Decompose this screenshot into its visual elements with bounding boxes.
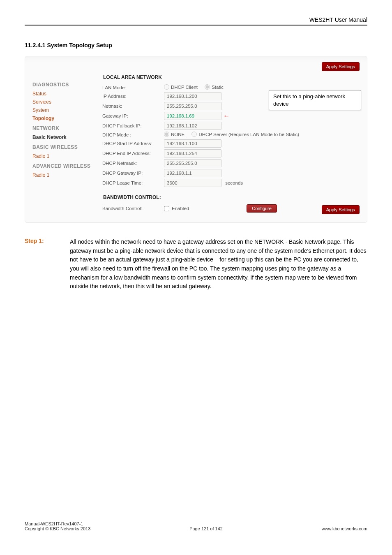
manual-title: WES2HT User Manual xyxy=(309,16,367,23)
content-area: Set this to a ping-able network device L… xyxy=(102,71,360,213)
step-block: Step 1: All nodes within the network nee… xyxy=(25,238,367,291)
sidebar-nav: DIAGNOSTICS Status Services System Topol… xyxy=(32,71,102,213)
dhcp-gateway-input[interactable] xyxy=(164,169,221,177)
lan-section-title: LOCAL AREA NETWORK xyxy=(103,74,360,80)
netmask-label: Netmask: xyxy=(102,104,164,109)
footer-page-number: Page 121 of 142 xyxy=(189,526,223,531)
dhcp-mode-server-radio[interactable]: DHCP Server (Requires LAN Mode to be Sta… xyxy=(191,132,299,137)
callout-box: Set this to a ping-able network device xyxy=(269,90,361,110)
sidebar-radio1-basic[interactable]: Radio 1 xyxy=(32,153,102,159)
fallback-input[interactable] xyxy=(164,122,221,130)
bw-enabled-checkbox[interactable] xyxy=(164,206,169,211)
apply-settings-button-top[interactable]: Apply Settings xyxy=(322,62,360,71)
lan-mode-label: LAN Mode: xyxy=(102,85,164,90)
sidebar-basic-network[interactable]: Basic Network xyxy=(32,134,102,140)
page-footer: Manual-WES2HT-Rev1407-1 Copyright © KBC … xyxy=(25,521,367,531)
dhcp-mode-label: DHCP Mode : xyxy=(102,132,164,137)
gateway-input[interactable] xyxy=(164,112,221,120)
bw-section-title: BANDWIDTH CONTROL: xyxy=(103,194,360,200)
dhcp-netmask-input[interactable] xyxy=(164,159,221,167)
sidebar-radio1-adv[interactable]: Radio 1 xyxy=(32,172,102,178)
section-heading: 11.2.4.1 System Topology Setup xyxy=(25,42,367,49)
sidebar-services[interactable]: Services xyxy=(32,99,102,105)
bw-control-label: Bandwidth Control: xyxy=(102,206,164,211)
dhcp-lease-label: DHCP Lease Time: xyxy=(102,180,164,185)
dhcp-gateway-label: DHCP Gateway IP: xyxy=(102,171,164,176)
footer-manual-rev: Manual-WES2HT-Rev1407-1 xyxy=(25,521,90,526)
dhcp-mode-none-radio[interactable]: NONE xyxy=(164,132,184,137)
dhcp-netmask-label: DHCP Netmask: xyxy=(102,161,164,166)
ip-address-label: IP Address: xyxy=(102,94,164,99)
sidebar-group-adv-wireless: ADVANCED WIRELESS xyxy=(32,163,102,169)
dhcp-end-label: DHCP End IP Address: xyxy=(102,151,164,156)
bw-control-row: Bandwidth Control: Enabled Configure xyxy=(102,204,360,213)
sidebar-system[interactable]: System xyxy=(32,107,102,113)
sidebar-group-basic-wireless: BASIC WIRELESS xyxy=(32,144,102,150)
step-label: Step 1: xyxy=(25,238,70,291)
footer-copyright: Copyright © KBC Networks 2013 xyxy=(25,526,90,531)
dhcp-end-input[interactable] xyxy=(164,149,221,157)
footer-url: www.kbcnetworks.com xyxy=(322,526,367,531)
sidebar-topology[interactable]: Topology xyxy=(32,116,102,121)
sidebar-group-network: NETWORK xyxy=(32,125,102,131)
dhcp-start-input[interactable] xyxy=(164,139,221,148)
configure-button[interactable]: Configure xyxy=(247,204,277,213)
sidebar-status[interactable]: Status xyxy=(32,91,102,97)
dhcp-start-label: DHCP Start IP Address: xyxy=(102,141,164,146)
lan-mode-dhcp-radio[interactable]: DHCP Client xyxy=(164,84,198,90)
gateway-label: Gateway IP: xyxy=(102,113,164,118)
fallback-label: DHCP Fallback IP: xyxy=(102,123,164,128)
apply-settings-button-bottom[interactable]: Apply Settings xyxy=(322,205,360,214)
config-screenshot: Apply Settings DIAGNOSTICS Status Servic… xyxy=(25,56,367,223)
bw-enabled-text: Enabled xyxy=(172,206,189,211)
page-header: WES2HT User Manual xyxy=(25,16,367,25)
sidebar-group-diagnostics: DIAGNOSTICS xyxy=(32,82,102,88)
ip-address-input[interactable] xyxy=(164,92,221,100)
step-text: All nodes within the network need to hav… xyxy=(70,238,367,291)
lease-unit: seconds xyxy=(225,180,243,185)
netmask-input[interactable] xyxy=(164,102,221,110)
lan-mode-row: LAN Mode: DHCP Client Static xyxy=(102,84,360,90)
dhcp-lease-input[interactable] xyxy=(164,179,221,187)
lan-mode-static-radio[interactable]: Static xyxy=(205,84,224,90)
